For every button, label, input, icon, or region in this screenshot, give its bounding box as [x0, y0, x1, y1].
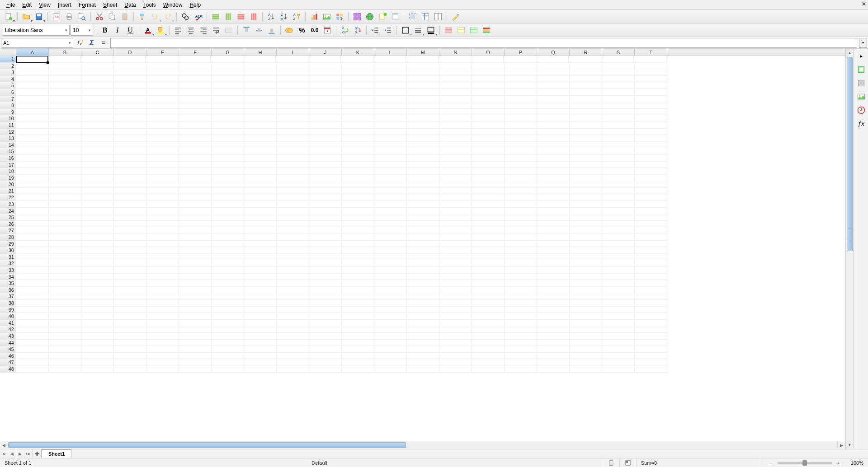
cell[interactable]	[81, 340, 114, 346]
cell[interactable]	[537, 359, 570, 366]
cell[interactable]	[146, 175, 179, 182]
cell[interactable]	[439, 135, 472, 142]
cell[interactable]	[49, 340, 81, 346]
cell[interactable]	[244, 89, 277, 96]
cell[interactable]	[309, 359, 342, 366]
cell[interactable]	[374, 234, 407, 241]
cell[interactable]	[407, 340, 439, 346]
cell[interactable]	[472, 69, 505, 76]
sidebar-functions-icon[interactable]: ƒx	[856, 118, 867, 129]
column-header-D[interactable]: D	[114, 49, 146, 56]
cell[interactable]	[374, 142, 407, 149]
cell[interactable]	[439, 241, 472, 248]
cell[interactable]	[212, 313, 244, 320]
cell[interactable]	[212, 168, 244, 175]
cell[interactable]	[635, 201, 667, 208]
cell[interactable]	[374, 181, 407, 188]
cell[interactable]	[114, 102, 146, 109]
cell[interactable]	[309, 175, 342, 182]
cell[interactable]	[212, 135, 244, 142]
cell[interactable]	[244, 307, 277, 313]
cell[interactable]	[114, 221, 146, 228]
cell[interactable]	[179, 188, 212, 195]
cell[interactable]	[570, 109, 602, 116]
cell[interactable]	[49, 201, 81, 208]
cell[interactable]	[374, 227, 407, 234]
cell[interactable]	[635, 69, 667, 76]
delete-column-button[interactable]	[248, 11, 259, 23]
name-box[interactable]: A1	[1, 38, 73, 48]
row-header[interactable]: 37	[0, 293, 16, 300]
cell[interactable]	[146, 353, 179, 360]
cell[interactable]	[16, 267, 49, 274]
cell[interactable]	[49, 274, 81, 280]
cell[interactable]	[570, 194, 602, 201]
cell[interactable]	[570, 320, 602, 327]
cell[interactable]	[407, 135, 439, 142]
cell[interactable]	[439, 333, 472, 340]
cell[interactable]	[179, 267, 212, 274]
cell[interactable]	[439, 287, 472, 294]
cell[interactable]	[309, 274, 342, 280]
cell[interactable]	[374, 254, 407, 261]
cell[interactable]	[570, 63, 602, 70]
cell[interactable]	[407, 234, 439, 241]
cell[interactable]	[635, 109, 667, 116]
cell[interactable]	[505, 115, 537, 122]
cell[interactable]	[81, 267, 114, 274]
cell[interactable]	[16, 63, 49, 70]
cell[interactable]	[341, 56, 373, 63]
cell[interactable]	[81, 96, 114, 103]
cell[interactable]	[537, 247, 570, 254]
cell[interactable]	[635, 280, 667, 287]
cell[interactable]	[602, 247, 635, 254]
cell[interactable]	[146, 69, 179, 76]
cell[interactable]	[309, 340, 342, 346]
cell[interactable]	[439, 300, 472, 307]
cell[interactable]	[277, 320, 309, 327]
cell[interactable]	[374, 333, 407, 340]
cell[interactable]	[374, 109, 407, 116]
cell[interactable]	[244, 313, 277, 320]
cell[interactable]	[277, 227, 309, 234]
cell[interactable]	[114, 181, 146, 188]
cell[interactable]	[472, 214, 505, 221]
cell[interactable]	[570, 175, 602, 182]
cell[interactable]	[602, 69, 635, 76]
cell[interactable]	[146, 148, 179, 155]
cell[interactable]	[537, 227, 570, 234]
row-header[interactable]: 34	[0, 274, 16, 280]
row-header[interactable]: 3	[0, 69, 16, 76]
cell[interactable]	[472, 326, 505, 333]
cell[interactable]	[49, 227, 81, 234]
cell[interactable]	[146, 129, 179, 135]
cell[interactable]	[81, 162, 114, 168]
cell[interactable]	[81, 69, 114, 76]
cell[interactable]	[309, 307, 342, 313]
sheet-tab-1[interactable]: Sheet1	[42, 449, 71, 458]
cell[interactable]	[179, 96, 212, 103]
cell[interactable]	[277, 181, 309, 188]
cell[interactable]	[81, 326, 114, 333]
cell[interactable]	[342, 346, 374, 353]
cell[interactable]	[505, 267, 537, 274]
cell[interactable]	[537, 63, 570, 70]
cell[interactable]	[277, 307, 309, 313]
cell[interactable]	[439, 142, 472, 149]
column-header-O[interactable]: O	[472, 49, 505, 56]
cell[interactable]	[570, 135, 602, 142]
row-header[interactable]: 27	[0, 227, 16, 234]
cell[interactable]	[146, 109, 179, 116]
cell[interactable]	[81, 208, 114, 215]
cell[interactable]	[342, 89, 374, 96]
cell[interactable]	[179, 155, 212, 162]
cell[interactable]	[342, 102, 374, 109]
cell[interactable]	[570, 274, 602, 280]
cell[interactable]	[146, 76, 179, 83]
cell[interactable]	[49, 293, 81, 300]
cell[interactable]	[374, 247, 407, 254]
add-sheet-button[interactable]: ✚	[33, 449, 42, 458]
cell[interactable]	[179, 69, 212, 76]
conditional-format-button[interactable]	[481, 24, 492, 36]
cell[interactable]	[146, 241, 179, 248]
